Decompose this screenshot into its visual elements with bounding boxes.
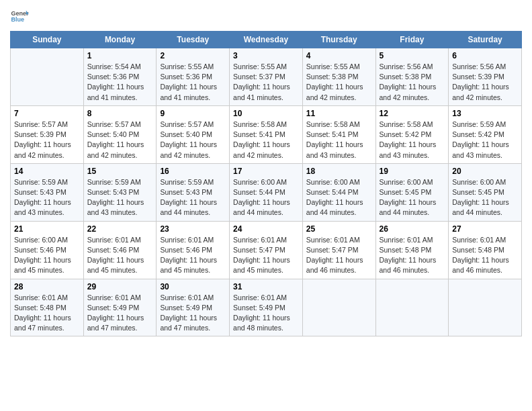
day-info: Sunrise: 6:00 AMSunset: 5:45 PMDaylight:… xyxy=(452,177,518,218)
day-number: 20 xyxy=(452,167,518,176)
day-number: 13 xyxy=(452,109,518,118)
calendar-header-row: SundayMondayTuesdayWednesdayThursdayFrid… xyxy=(11,32,522,48)
day-info: Sunrise: 6:01 AMSunset: 5:49 PMDaylight:… xyxy=(233,293,299,334)
calendar-cell: 13Sunrise: 5:59 AMSunset: 5:42 PMDayligh… xyxy=(449,105,522,163)
day-number: 25 xyxy=(306,224,372,234)
day-info: Sunrise: 6:00 AMSunset: 5:46 PMDaylight:… xyxy=(14,235,80,276)
day-number: 3 xyxy=(233,51,299,60)
calendar-cell: 16Sunrise: 5:59 AMSunset: 5:43 PMDayligh… xyxy=(157,163,230,221)
day-info: Sunrise: 6:01 AMSunset: 5:47 PMDaylight:… xyxy=(233,235,299,276)
day-number: 24 xyxy=(233,224,299,234)
day-header-friday: Friday xyxy=(375,32,449,48)
day-header-tuesday: Tuesday xyxy=(157,32,230,48)
calendar-cell: 17Sunrise: 6:00 AMSunset: 5:44 PMDayligh… xyxy=(230,163,303,221)
calendar-cell: 11Sunrise: 5:58 AMSunset: 5:41 PMDayligh… xyxy=(302,105,375,163)
day-info: Sunrise: 5:57 AMSunset: 5:39 PMDaylight:… xyxy=(14,120,80,161)
day-info: Sunrise: 6:01 AMSunset: 5:49 PMDaylight:… xyxy=(87,293,153,334)
day-info: Sunrise: 5:54 AMSunset: 5:36 PMDaylight:… xyxy=(87,62,153,103)
calendar-cell: 4Sunrise: 5:55 AMSunset: 5:38 PMDaylight… xyxy=(302,48,375,106)
day-info: Sunrise: 5:59 AMSunset: 5:43 PMDaylight:… xyxy=(87,177,153,218)
day-info: Sunrise: 5:56 AMSunset: 5:38 PMDaylight:… xyxy=(380,62,445,103)
calendar-cell: 19Sunrise: 6:00 AMSunset: 5:45 PMDayligh… xyxy=(375,163,449,221)
day-info: Sunrise: 5:56 AMSunset: 5:39 PMDaylight:… xyxy=(452,62,518,103)
week-row-4: 21Sunrise: 6:00 AMSunset: 5:46 PMDayligh… xyxy=(11,221,522,279)
calendar-cell: 7Sunrise: 5:57 AMSunset: 5:39 PMDaylight… xyxy=(11,105,84,163)
calendar-cell: 3Sunrise: 5:55 AMSunset: 5:37 PMDaylight… xyxy=(230,48,303,106)
day-number: 30 xyxy=(160,282,226,291)
day-number: 11 xyxy=(306,109,372,118)
calendar-cell: 15Sunrise: 5:59 AMSunset: 5:43 PMDayligh… xyxy=(83,163,157,221)
logo-icon: General Blue xyxy=(10,7,29,26)
day-info: Sunrise: 6:00 AMSunset: 5:44 PMDaylight:… xyxy=(306,177,372,218)
calendar-cell xyxy=(375,279,449,336)
calendar-cell: 1Sunrise: 5:54 AMSunset: 5:36 PMDaylight… xyxy=(83,48,157,106)
calendar-cell: 27Sunrise: 6:01 AMSunset: 5:48 PMDayligh… xyxy=(449,221,522,279)
day-header-saturday: Saturday xyxy=(449,32,522,48)
calendar-cell: 14Sunrise: 5:59 AMSunset: 5:43 PMDayligh… xyxy=(11,163,84,221)
day-number: 14 xyxy=(14,167,80,176)
day-header-sunday: Sunday xyxy=(11,32,84,48)
day-info: Sunrise: 6:01 AMSunset: 5:48 PMDaylight:… xyxy=(14,293,80,334)
day-info: Sunrise: 6:01 AMSunset: 5:49 PMDaylight:… xyxy=(160,293,226,334)
day-number: 5 xyxy=(380,51,445,60)
day-info: Sunrise: 6:01 AMSunset: 5:46 PMDaylight:… xyxy=(87,235,153,276)
day-number: 4 xyxy=(306,51,372,60)
day-info: Sunrise: 6:00 AMSunset: 5:45 PMDaylight:… xyxy=(380,177,445,218)
day-header-wednesday: Wednesday xyxy=(230,32,303,48)
day-info: Sunrise: 5:57 AMSunset: 5:40 PMDaylight:… xyxy=(160,120,226,161)
day-info: Sunrise: 5:58 AMSunset: 5:41 PMDaylight:… xyxy=(233,120,299,161)
calendar-cell: 23Sunrise: 6:01 AMSunset: 5:46 PMDayligh… xyxy=(157,221,230,279)
day-header-thursday: Thursday xyxy=(302,32,375,48)
calendar-cell: 9Sunrise: 5:57 AMSunset: 5:40 PMDaylight… xyxy=(157,105,230,163)
calendar-cell xyxy=(449,279,522,336)
logo: General Blue xyxy=(10,7,29,26)
day-info: Sunrise: 6:01 AMSunset: 5:46 PMDaylight:… xyxy=(160,235,226,276)
calendar-cell: 18Sunrise: 6:00 AMSunset: 5:44 PMDayligh… xyxy=(302,163,375,221)
calendar-cell xyxy=(11,48,84,106)
week-row-3: 14Sunrise: 5:59 AMSunset: 5:43 PMDayligh… xyxy=(11,163,522,221)
day-number: 28 xyxy=(14,282,80,291)
day-number: 9 xyxy=(160,109,226,118)
day-info: Sunrise: 5:59 AMSunset: 5:42 PMDaylight:… xyxy=(452,120,518,161)
day-number: 19 xyxy=(380,167,445,176)
calendar-cell: 2Sunrise: 5:55 AMSunset: 5:36 PMDaylight… xyxy=(157,48,230,106)
calendar-cell: 12Sunrise: 5:58 AMSunset: 5:42 PMDayligh… xyxy=(375,105,449,163)
calendar-cell xyxy=(302,279,375,336)
day-info: Sunrise: 5:57 AMSunset: 5:40 PMDaylight:… xyxy=(87,120,153,161)
calendar-cell: 25Sunrise: 6:01 AMSunset: 5:47 PMDayligh… xyxy=(302,221,375,279)
calendar-cell: 31Sunrise: 6:01 AMSunset: 5:49 PMDayligh… xyxy=(230,279,303,336)
calendar-cell: 26Sunrise: 6:01 AMSunset: 5:48 PMDayligh… xyxy=(375,221,449,279)
calendar-cell: 6Sunrise: 5:56 AMSunset: 5:39 PMDaylight… xyxy=(449,48,522,106)
day-header-monday: Monday xyxy=(83,32,157,48)
week-row-1: 1Sunrise: 5:54 AMSunset: 5:36 PMDaylight… xyxy=(11,48,522,106)
day-number: 1 xyxy=(87,51,153,60)
day-info: Sunrise: 5:58 AMSunset: 5:41 PMDaylight:… xyxy=(306,120,372,161)
day-info: Sunrise: 5:55 AMSunset: 5:38 PMDaylight:… xyxy=(306,62,372,103)
calendar-cell: 30Sunrise: 6:01 AMSunset: 5:49 PMDayligh… xyxy=(157,279,230,336)
day-info: Sunrise: 6:01 AMSunset: 5:48 PMDaylight:… xyxy=(452,235,518,276)
week-row-2: 7Sunrise: 5:57 AMSunset: 5:39 PMDaylight… xyxy=(11,105,522,163)
calendar-cell: 8Sunrise: 5:57 AMSunset: 5:40 PMDaylight… xyxy=(83,105,157,163)
week-row-5: 28Sunrise: 6:01 AMSunset: 5:48 PMDayligh… xyxy=(11,279,522,336)
calendar-table: SundayMondayTuesdayWednesdayThursdayFrid… xyxy=(10,31,522,336)
day-number: 10 xyxy=(233,109,299,118)
day-number: 23 xyxy=(160,224,226,234)
day-number: 21 xyxy=(14,224,80,234)
day-number: 2 xyxy=(160,51,226,60)
day-info: Sunrise: 6:01 AMSunset: 5:47 PMDaylight:… xyxy=(306,235,372,276)
calendar-cell: 5Sunrise: 5:56 AMSunset: 5:38 PMDaylight… xyxy=(375,48,449,106)
day-number: 17 xyxy=(233,167,299,176)
day-number: 31 xyxy=(233,282,299,291)
day-info: Sunrise: 5:59 AMSunset: 5:43 PMDaylight:… xyxy=(160,177,226,218)
day-info: Sunrise: 6:01 AMSunset: 5:48 PMDaylight:… xyxy=(380,235,445,276)
calendar-cell: 28Sunrise: 6:01 AMSunset: 5:48 PMDayligh… xyxy=(11,279,84,336)
day-info: Sunrise: 5:59 AMSunset: 5:43 PMDaylight:… xyxy=(14,177,80,218)
day-number: 18 xyxy=(306,167,372,176)
day-number: 22 xyxy=(87,224,153,234)
day-number: 27 xyxy=(452,224,518,234)
svg-text:Blue: Blue xyxy=(11,16,24,23)
calendar-cell: 21Sunrise: 6:00 AMSunset: 5:46 PMDayligh… xyxy=(11,221,84,279)
calendar-cell: 29Sunrise: 6:01 AMSunset: 5:49 PMDayligh… xyxy=(83,279,157,336)
header: General Blue xyxy=(10,7,522,26)
day-info: Sunrise: 6:00 AMSunset: 5:44 PMDaylight:… xyxy=(233,177,299,218)
